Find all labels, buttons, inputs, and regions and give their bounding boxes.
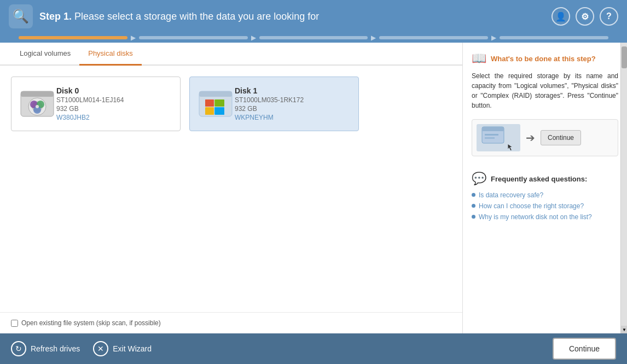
svg-rect-22 [485, 134, 498, 136]
faq-title-text: Frequently asked questions: [491, 175, 587, 183]
disk-1-model: ST1000LM035-1RK172 [235, 96, 304, 104]
disk-0-icon [18, 85, 56, 123]
faq-list: Is data recovery safe? How can I choose … [472, 191, 618, 221]
footer-left-buttons: ↻ Refresh drives ✕ Exit Wizard [11, 341, 553, 356]
progress-arrow-3: ▶ [371, 34, 376, 42]
right-scrollbar[interactable]: ▼ [620, 43, 627, 333]
main-container: Logical volumes Physical disks [0, 43, 627, 333]
svg-point-9 [36, 105, 39, 108]
progress-arrow-1: ▶ [131, 34, 136, 42]
disk-0-model: ST1000LM014-1EJ164 [56, 96, 124, 104]
right-panel: 📖 What's to be done at this step? Select… [463, 43, 627, 333]
faq-link-1[interactable]: How can I choose the right storage? [479, 202, 584, 210]
disk-card-1[interactable]: Disk 1 ST1000LM035-1RK172 932 GB WKPNEYH… [189, 77, 359, 131]
disk-1-name: Disk 1 [235, 86, 304, 95]
settings-button[interactable]: ⚙ [576, 7, 594, 26]
exit-wizard-label: Exit Wizard [113, 344, 152, 353]
faq-bullet-2 [472, 215, 475, 219]
left-panel: Logical volumes Physical disks [0, 43, 463, 333]
faq-link-0[interactable]: Is data recovery safe? [479, 191, 543, 199]
disk-1-icon [196, 85, 235, 123]
disk-0-info: Disk 0 ST1000LM014-1EJ164 932 GB W380JHB… [56, 86, 124, 121]
svg-rect-16 [205, 99, 214, 107]
header-icon-group: 👤 ⚙ ? [551, 7, 618, 26]
disk-list: Disk 0 ST1000LM014-1EJ164 932 GB W380JHB… [0, 66, 462, 312]
app-logo: 🔍 [9, 4, 33, 28]
user-button[interactable]: 👤 [551, 7, 570, 26]
help-section-header: 📖 What's to be done at this step? [472, 51, 618, 66]
progress-arrow-4: ▶ [491, 34, 496, 42]
faq-title-row: 💬 Frequently asked questions: [472, 172, 618, 186]
progress-arrow-2: ▶ [251, 34, 256, 42]
tabs: Logical volumes Physical disks [0, 43, 462, 66]
help-arrow-icon: ➔ [526, 131, 535, 144]
header-title: Step 1. Please select a storage with the… [39, 11, 551, 22]
header: 🔍 Step 1. Please select a storage with t… [0, 0, 627, 33]
disk-1-size: 932 GB [235, 105, 304, 113]
disk-0-serial: W380JHB2 [56, 114, 124, 121]
svg-text:🔍: 🔍 [13, 8, 29, 24]
tab-logical-volumes[interactable]: Logical volumes [11, 43, 79, 66]
help-continue-button[interactable]: Continue [541, 130, 581, 145]
help-body-text: Select the required storage by its name … [472, 71, 618, 110]
faq-item-0: Is data recovery safe? [472, 191, 618, 199]
tab-physical-disks[interactable]: Physical disks [79, 43, 142, 66]
disk-1-info: Disk 1 ST1000LM035-1RK172 932 GB WKPNEYH… [235, 86, 304, 121]
help-illus-storage-box [477, 124, 520, 151]
skip-scan-label[interactable]: Open existing file system (skip scan, if… [21, 319, 161, 327]
help-illustration: ➔ Continue [472, 119, 618, 156]
disk-1-serial: WKPNEYHM [235, 114, 304, 121]
exit-icon: ✕ [93, 341, 108, 356]
disk-0-name: Disk 0 [56, 86, 124, 95]
scroll-down-arrow[interactable]: ▼ [621, 326, 627, 333]
faq-icon: 💬 [472, 172, 486, 186]
progress-step-4 [379, 36, 488, 39]
help-section-title-text: What's to be done at this step? [491, 55, 596, 63]
progress-step-3 [259, 36, 368, 39]
disk-card-0[interactable]: Disk 0 ST1000LM014-1EJ164 932 GB W380JHB… [11, 77, 181, 131]
svg-rect-19 [214, 107, 224, 115]
refresh-drives-button[interactable]: ↻ Refresh drives [11, 341, 80, 356]
svg-rect-23 [485, 137, 495, 139]
header-step: Step 1. [39, 11, 72, 22]
refresh-icon: ↻ [11, 341, 26, 356]
footer: ↻ Refresh drives ✕ Exit Wizard Continue [0, 333, 627, 364]
help-button[interactable]: ? [600, 7, 618, 26]
progress-bar: ▶ ▶ ▶ ▶ [0, 33, 627, 43]
progress-step-1 [19, 36, 127, 39]
svg-marker-24 [508, 144, 512, 150]
svg-rect-17 [205, 107, 214, 115]
svg-rect-3 [21, 91, 54, 97]
faq-item-1: How can I choose the right storage? [472, 202, 618, 210]
svg-rect-11 [199, 91, 232, 97]
skip-scan-checkbox[interactable] [11, 320, 18, 327]
progress-step-2 [139, 36, 248, 39]
faq-bullet-0 [472, 193, 475, 197]
checkbox-area: Open existing file system (skip scan, if… [0, 312, 462, 333]
progress-step-5 [500, 36, 608, 39]
exit-wizard-button[interactable]: ✕ Exit Wizard [93, 341, 152, 356]
header-subtitle: Please select a storage with the data yo… [72, 11, 319, 22]
svg-rect-21 [482, 127, 504, 131]
disk-0-size: 932 GB [56, 105, 124, 113]
help-book-icon: 📖 [472, 51, 486, 66]
faq-link-2[interactable]: Why is my network disk not on the list? [479, 213, 592, 221]
faq-item-2: Why is my network disk not on the list? [472, 213, 618, 221]
continue-button[interactable]: Continue [553, 338, 616, 360]
help-illus-storage-icon [479, 124, 518, 151]
svg-rect-18 [214, 99, 224, 107]
refresh-drives-label: Refresh drives [31, 344, 80, 353]
scrollbar-thumb[interactable] [622, 46, 627, 68]
faq-bullet-1 [472, 204, 475, 208]
faq-section: 💬 Frequently asked questions: Is data re… [472, 172, 618, 224]
